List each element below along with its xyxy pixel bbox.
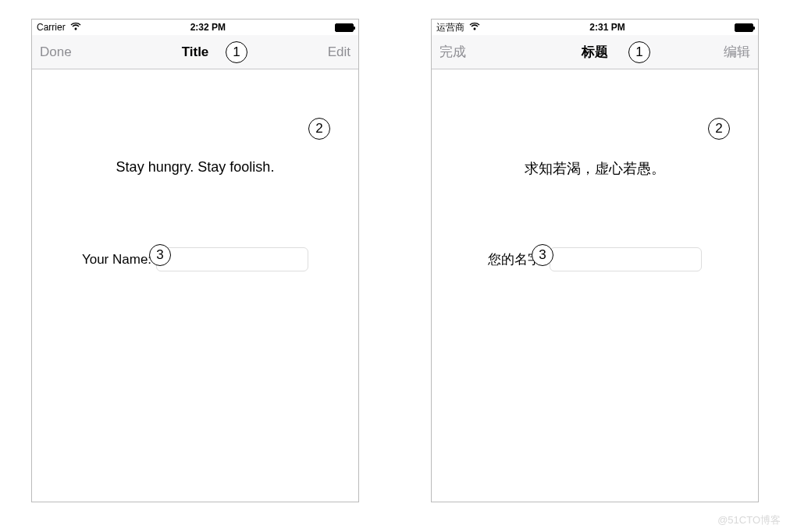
nav-bar: Done Title Edit (32, 35, 358, 69)
name-input[interactable] (550, 247, 702, 271)
wifi-icon (469, 22, 480, 33)
watermark: @51CTO博客 (717, 513, 781, 527)
nav-title: Title (182, 44, 209, 60)
phone-chinese: 运营商 2:31 PM 完成 标题 编辑 求知若渴，虚心若愚。 您的名字: 1 … (431, 19, 759, 502)
battery-icon (335, 23, 354, 32)
status-bar: 运营商 2:31 PM (432, 20, 758, 35)
wifi-icon (70, 22, 81, 33)
carrier-label: Carrier (37, 22, 66, 33)
annotation-3: 3 (149, 244, 171, 266)
annotation-2: 2 (708, 118, 730, 140)
nav-title: 标题 (582, 43, 608, 61)
quote-label: 求知若渴，虚心若愚。 (432, 159, 758, 178)
battery-icon (735, 23, 753, 32)
time-label: 2:31 PM (589, 22, 625, 33)
edit-button[interactable]: Edit (310, 44, 351, 60)
nav-bar: 完成 标题 编辑 (432, 35, 758, 69)
quote-label: Stay hungry. Stay foolish. (32, 159, 358, 176)
status-bar: Carrier 2:32 PM (32, 20, 358, 35)
done-button[interactable]: 完成 (439, 43, 480, 61)
name-row: Your Name: (32, 247, 358, 271)
edit-button[interactable]: 编辑 (710, 43, 750, 61)
name-input[interactable] (156, 247, 308, 271)
annotation-1: 1 (628, 41, 650, 63)
name-row: 您的名字: (432, 247, 758, 271)
annotation-1: 1 (226, 41, 247, 63)
annotation-2: 2 (308, 118, 330, 140)
annotation-3: 3 (532, 244, 553, 266)
phone-english: Carrier 2:32 PM Done Title Edit Stay hun… (31, 19, 359, 502)
name-label: Your Name: (82, 252, 151, 268)
done-button[interactable]: Done (40, 44, 80, 60)
carrier-label: 运营商 (436, 21, 464, 34)
time-label: 2:32 PM (190, 22, 226, 33)
